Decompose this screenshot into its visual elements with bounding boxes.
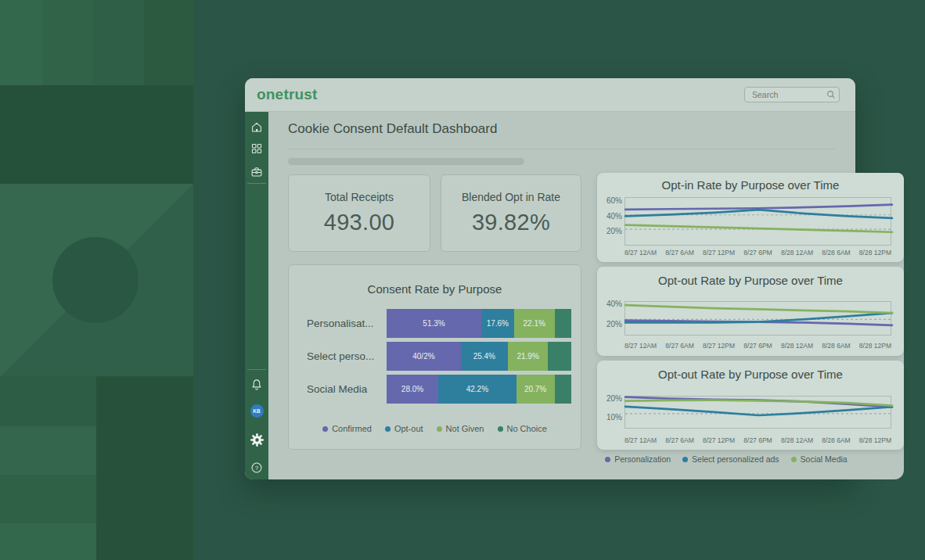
bar-row: Personalisat... 51.3%17.6%22.1% (307, 309, 571, 338)
x-tick-label: 8/28 12AM (781, 249, 813, 258)
y-axis: 60%40%20% (599, 197, 622, 246)
x-tick-label: 8/27 6AM (665, 249, 693, 258)
bg-stripe (0, 0, 42, 85)
y-tick-label: 40% (599, 300, 622, 308)
bar-row: Select perso... 40/2%25.4%21.9% (307, 342, 571, 371)
y-tick-label: 10% (599, 413, 622, 422)
bg-stripe (93, 0, 144, 85)
stacked-bar: 51.3%17.6%22.1% (387, 309, 571, 338)
x-tick-label: 8/27 6AM (665, 436, 693, 446)
app-header: onetrust (245, 78, 855, 112)
legend-item: Confirmed (322, 424, 372, 433)
y-tick-label: 20% (599, 227, 622, 235)
x-axis: 8/27 12AM8/27 6AM8/27 12PM8/27 6PM8/28 1… (624, 342, 891, 351)
legend-dot-icon (498, 426, 503, 432)
kpi-value: 39.82% (472, 210, 550, 235)
chart-title: Opt-out Rate by Purpose over Time (597, 274, 904, 287)
legend-item: Opt-out (385, 424, 423, 433)
gear-icon[interactable] (245, 433, 268, 447)
bell-icon[interactable] (245, 378, 268, 392)
bg-band (0, 475, 96, 523)
sidebar-divider (247, 183, 266, 184)
bar-segment: 20.7% (516, 375, 555, 404)
bg-rectangle (0, 85, 193, 184)
bg-band (0, 523, 96, 560)
x-tick-label: 8/27 12PM (703, 249, 735, 258)
page: { "brand": { "logo_text": "onetrust" }, … (0, 0, 925, 560)
kpi-card-blended-opt-in-rate: Blended Opt in Rate 39.82% (441, 174, 581, 252)
title-divider (288, 149, 836, 149)
bar-segment (548, 342, 571, 371)
x-tick-label: 8/27 6AM (665, 342, 693, 351)
x-tick-label: 8/28 6AM (822, 249, 850, 258)
plot-area (624, 396, 891, 429)
avatar-initials: KB (250, 404, 264, 418)
x-tick-label: 8/28 12PM (859, 249, 891, 258)
kpi-label: Blended Opt in Rate (462, 191, 560, 203)
consent-rate-chart-card: Consent Rate by Purpose Personalisat... … (288, 264, 581, 450)
bar-segment: 22.1% (514, 309, 555, 338)
stacked-bar: 40/2%25.4%21.9% (387, 342, 571, 371)
opt-out-rate-chart-card-2: Opt-out Rate by Purpose over Time 20%10%… (597, 361, 904, 450)
x-tick-label: 8/27 12PM (703, 342, 735, 351)
x-tick-label: 8/27 6PM (743, 342, 772, 351)
dashboard-window: onetrust KB ? (245, 78, 855, 479)
legend-item: Not Given (437, 424, 484, 433)
legend-item: Social Media (791, 454, 848, 464)
bg-stripe (144, 0, 193, 85)
bg-circle (52, 237, 139, 323)
legend-dot-icon (605, 457, 610, 462)
sidebar-nav: KB ? (245, 112, 268, 479)
bar-segment: 51.3% (387, 309, 481, 338)
stacked-bars: Personalisat... 51.3%17.6%22.1% Select p… (307, 309, 571, 407)
legend-item: No Choice (498, 424, 547, 433)
legend-item: Personalization (605, 454, 671, 464)
bar-segment: 17.6% (481, 309, 514, 338)
svg-text:?: ? (255, 465, 259, 472)
series-legend: PersonalizationSelect personalized adsSo… (597, 454, 855, 464)
opt-out-rate-chart-card: Opt-out Rate by Purpose over Time 40%20%… (597, 267, 904, 356)
magnifier-icon (826, 90, 836, 99)
bg-stripe (42, 0, 93, 85)
legend-dot-icon (682, 457, 688, 462)
x-tick-label: 8/27 6PM (743, 249, 772, 258)
legend-dot-icon (791, 457, 797, 462)
y-tick-label: 40% (599, 212, 622, 221)
onetrust-logo[interactable]: onetrust (257, 86, 318, 103)
consent-legend: ConfirmedOpt-outNot GivenNo Choice (289, 424, 581, 433)
y-tick-label: 20% (599, 320, 622, 328)
user-avatar[interactable]: KB (245, 404, 268, 418)
x-tick-label: 8/27 6PM (743, 436, 772, 446)
bar-segment: 21.9% (508, 342, 549, 371)
bar-row-label: Select perso... (307, 350, 387, 362)
plot-area (624, 197, 891, 246)
search-box (744, 87, 840, 102)
legend-dot-icon (437, 426, 442, 432)
y-axis: 40%20% (599, 301, 622, 336)
x-axis: 8/27 12AM8/27 6AM8/27 12PM8/27 6PM8/28 1… (624, 436, 891, 446)
opt-in-rate-chart-card: Opt-in Rate by Purpose over Time 60%40%2… (597, 173, 904, 262)
kpi-label: Total Receipts (325, 191, 394, 203)
kpi-value: 493.00 (324, 210, 395, 235)
briefcase-icon[interactable] (245, 165, 268, 179)
x-tick-label: 8/27 12AM (624, 436, 657, 446)
bar-segment: 28.0% (387, 375, 438, 404)
stacked-bar: 28.0%42.2%20.7% (387, 375, 571, 404)
x-tick-label: 8/27 12AM (624, 342, 657, 351)
bar-segment (555, 309, 571, 338)
x-tick-label: 8/27 12PM (703, 436, 735, 446)
search-input[interactable] (744, 87, 840, 102)
x-tick-label: 8/28 12AM (781, 436, 813, 446)
x-tick-label: 8/28 12AM (781, 342, 813, 351)
help-icon[interactable]: ? (245, 461, 268, 475)
bar-segment (555, 375, 571, 404)
apps-grid-icon[interactable] (245, 142, 268, 156)
filter-skeleton-bar (288, 158, 524, 165)
x-axis: 8/27 12AM8/27 6AM8/27 12PM8/27 6PM8/28 1… (624, 249, 891, 258)
bar-row-label: Personalisat... (307, 318, 387, 329)
bar-row: Social Media 28.0%42.2%20.7% (307, 375, 571, 404)
home-icon[interactable] (245, 120, 268, 135)
bg-band (0, 376, 96, 426)
bar-segment: 40/2% (387, 342, 461, 371)
bg-band (0, 426, 96, 475)
